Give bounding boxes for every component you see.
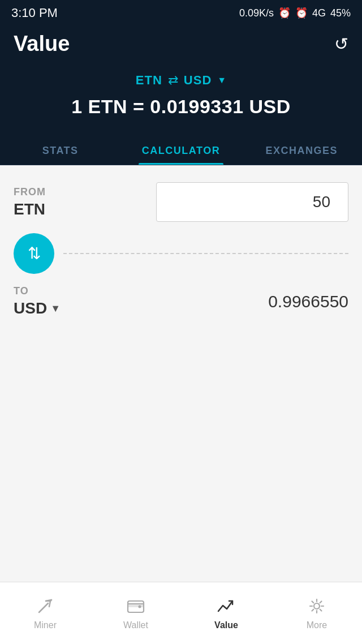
status-time: 3:10 PM xyxy=(11,6,58,20)
nav-label-value: Value xyxy=(214,620,238,630)
wallet-icon xyxy=(126,596,145,616)
more-icon xyxy=(307,596,326,616)
status-network: 4G xyxy=(312,7,326,19)
from-label-group: FROM ETN xyxy=(14,186,46,218)
from-currency-name: ETN xyxy=(14,200,46,218)
value-icon xyxy=(217,596,236,616)
nav-label-miner: Miner xyxy=(34,620,57,630)
miner-icon xyxy=(36,596,55,616)
page-title: Value xyxy=(14,32,70,56)
tab-exchanges[interactable]: EXCHANGES xyxy=(242,135,362,165)
svg-point-7 xyxy=(139,605,141,608)
currency-dropdown-icon[interactable]: ▼ xyxy=(217,75,226,85)
swap-section: ⇅ xyxy=(14,233,348,274)
nav-label-more: More xyxy=(307,620,327,630)
divider-line xyxy=(63,253,348,254)
conversion-section: ETN ⇄ USD ▼ 1 ETN = 0.0199331 USD xyxy=(0,67,362,135)
nav-item-wallet[interactable]: Wallet xyxy=(90,582,181,644)
nav-label-wallet: Wallet xyxy=(123,620,148,630)
svg-line-4 xyxy=(50,600,51,601)
status-alarm-icon: ⏰ xyxy=(295,7,308,19)
status-signal: 0.09K/s xyxy=(239,7,274,19)
swap-arrows-icon: ⇅ xyxy=(28,246,41,261)
status-bar: 3:10 PM 0.09K/s ⏰ ⏰ 4G 45% xyxy=(0,0,362,26)
from-label: FROM xyxy=(14,186,46,198)
result-value-display: 0.9966550 xyxy=(268,292,348,311)
tab-stats[interactable]: STATS xyxy=(0,135,120,165)
bottom-nav: Miner Wallet Value More xyxy=(0,582,362,644)
to-currency-dropdown-icon[interactable]: ▼ xyxy=(50,303,61,315)
status-right: 0.09K/s ⏰ ⏰ 4G 45% xyxy=(239,7,351,19)
to-section: TO USD ▼ 0.9966550 xyxy=(14,285,348,317)
swap-button[interactable]: ⇅ xyxy=(14,233,54,274)
exchange-rate-display: 1 ETN = 0.0199331 USD xyxy=(11,96,351,118)
to-label: TO xyxy=(14,285,61,297)
to-currency-name: USD xyxy=(14,299,47,317)
nav-item-more[interactable]: More xyxy=(272,582,362,644)
tab-calculator[interactable]: CALCULATOR xyxy=(120,135,241,165)
currency-pair: ETN ⇄ USD ▼ xyxy=(11,73,351,88)
status-clock-icon: ⏰ xyxy=(278,7,291,19)
svg-line-0 xyxy=(39,603,48,612)
svg-line-2 xyxy=(49,601,50,607)
from-currency-label: ETN xyxy=(136,73,162,88)
nav-item-miner[interactable]: Miner xyxy=(0,582,90,644)
svg-point-9 xyxy=(314,603,320,609)
calculator-content: FROM ETN ⇅ TO USD ▼ 0.9966550 xyxy=(0,165,362,582)
nav-item-value[interactable]: Value xyxy=(181,582,272,644)
to-currency-group: TO USD ▼ xyxy=(14,285,61,317)
swap-arrow-icon: ⇄ xyxy=(168,73,178,88)
from-amount-input[interactable] xyxy=(156,182,348,222)
to-currency-row: USD ▼ xyxy=(14,299,61,317)
status-battery: 45% xyxy=(330,7,351,19)
tabs-bar: STATS CALCULATOR EXCHANGES xyxy=(0,135,362,165)
refresh-button[interactable]: ↺ xyxy=(334,34,348,54)
header: Value ↺ xyxy=(0,26,362,67)
to-currency-label: USD xyxy=(184,73,212,88)
from-section: FROM ETN xyxy=(14,182,348,222)
